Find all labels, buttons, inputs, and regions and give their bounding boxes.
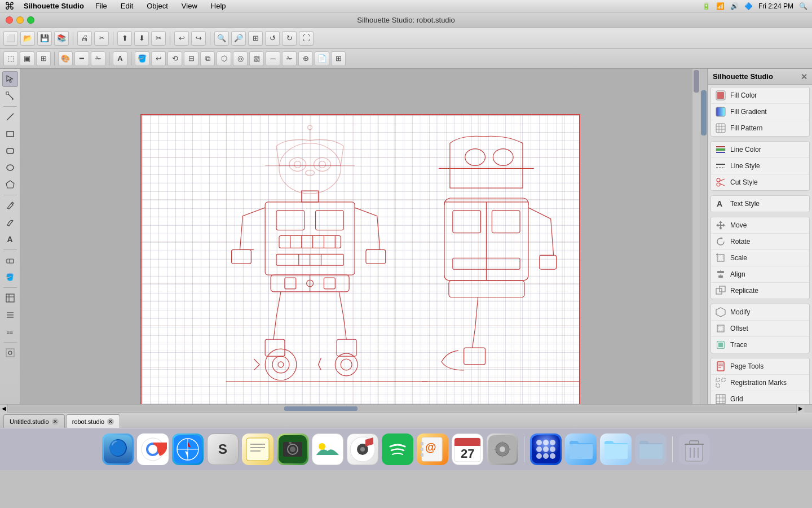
align-tool-btn[interactable]: ≡≡ xyxy=(2,324,18,340)
dock-iphoto[interactable] xyxy=(312,433,343,465)
line-style-item[interactable]: Line Style xyxy=(711,158,809,174)
offset-btn[interactable]: ◎ xyxy=(233,51,248,66)
modify-item[interactable]: Modify xyxy=(711,304,809,321)
dock-safari[interactable] xyxy=(172,433,204,465)
modify-btn[interactable]: ⬡ xyxy=(217,51,231,66)
layers-tool[interactable] xyxy=(2,307,18,323)
align-btn[interactable]: ⊟ xyxy=(184,51,198,66)
menu-help[interactable]: Help xyxy=(209,2,228,10)
apple-menu[interactable]: ⌘ xyxy=(5,0,15,12)
dock-itunes[interactable] xyxy=(347,433,378,465)
right-panel-close-button[interactable]: ✕ xyxy=(801,72,807,81)
regmarks-btn[interactable]: ⊕ xyxy=(298,51,313,66)
text-style-item[interactable]: A Text Style xyxy=(711,196,809,212)
tab-untitled-close[interactable]: ✕ xyxy=(52,418,59,425)
select-area-btn[interactable]: ⬚ xyxy=(3,51,18,66)
export-button[interactable]: ⬇ xyxy=(134,31,149,46)
save-button[interactable]: 💾 xyxy=(37,31,52,46)
fill-gradient-item[interactable]: Fill Gradient xyxy=(711,104,809,120)
dock-notes[interactable] xyxy=(242,433,273,465)
rotate-ccw-button[interactable]: ↻ xyxy=(282,31,297,46)
menu-edit[interactable]: Edit xyxy=(118,2,135,10)
text-tool[interactable]: A xyxy=(2,231,18,247)
line-color-btn[interactable]: ─ xyxy=(266,51,280,66)
new-button[interactable]: ⬜ xyxy=(3,31,18,46)
dock-addressbook[interactable]: @ xyxy=(417,433,448,465)
open-button[interactable]: 📂 xyxy=(20,31,35,46)
menu-view[interactable]: View xyxy=(179,2,200,10)
rectangle-tool[interactable] xyxy=(2,126,18,142)
menu-object[interactable]: Object xyxy=(144,2,170,10)
search-icon[interactable]: 🔍 xyxy=(799,2,807,10)
linestyle-btn[interactable]: ━ xyxy=(74,51,89,66)
dock-folder2[interactable] xyxy=(600,433,632,465)
hscroll-right-btn[interactable]: ▶ xyxy=(796,405,804,413)
pan-tool[interactable] xyxy=(2,345,18,361)
undo2-btn[interactable]: ↩ xyxy=(151,51,166,66)
cut-style-item[interactable]: Cut Style xyxy=(711,174,809,190)
text-btn[interactable]: A xyxy=(113,51,127,66)
tab-untitled[interactable]: Untitled.studio ✕ xyxy=(3,414,65,428)
dock-photobooth[interactable] xyxy=(277,433,308,465)
ellipse-tool[interactable] xyxy=(2,160,18,176)
polygon-tool[interactable] xyxy=(2,177,18,192)
media-panel-tool[interactable] xyxy=(2,290,18,306)
send-to-silhouette-button[interactable]: ✂ xyxy=(94,31,109,46)
align-item[interactable]: Align xyxy=(711,266,809,283)
redo-button[interactable]: ↪ xyxy=(191,31,206,46)
hscroll-left-btn[interactable]: ◀ xyxy=(0,405,8,413)
dock-finder[interactable]: 🔵 xyxy=(102,433,134,465)
select-tool[interactable] xyxy=(2,71,18,87)
pencil-tool[interactable] xyxy=(2,198,18,213)
replicate-btn[interactable]: ⧉ xyxy=(200,51,215,66)
hscroll-bar[interactable]: ◀ ▶ xyxy=(0,404,812,412)
rotate-cw-button[interactable]: ↺ xyxy=(265,31,280,46)
canvas-area[interactable] xyxy=(20,69,700,404)
hscroll-track[interactable] xyxy=(9,406,795,411)
tab-robot-close[interactable]: ✕ xyxy=(107,418,114,425)
cut-settings-btn[interactable]: ✁ xyxy=(91,51,105,66)
replicate-item[interactable]: Replicate xyxy=(711,283,809,299)
fullscreen-button[interactable]: ⛶ xyxy=(299,31,314,46)
dock-calendar[interactable]: 27 xyxy=(452,433,483,465)
canvas-vscroll-thumb[interactable] xyxy=(694,70,699,93)
pagetools-btn[interactable]: 📄 xyxy=(315,51,329,66)
eraser-tool[interactable] xyxy=(2,252,18,268)
dock-trash[interactable] xyxy=(678,433,710,465)
fill-color-btn[interactable]: 🪣 xyxy=(135,51,149,66)
grid-btn[interactable]: ⊞ xyxy=(36,51,51,66)
import-button[interactable]: ⬆ xyxy=(117,31,132,46)
fill-pattern-item[interactable]: Fill Pattern xyxy=(711,120,809,136)
dock-spotify[interactable] xyxy=(382,433,413,465)
colors-btn[interactable]: 🎨 xyxy=(58,51,73,66)
dock-folder1[interactable] xyxy=(565,433,597,465)
cut-button[interactable]: ✂ xyxy=(151,31,166,46)
menu-file[interactable]: File xyxy=(93,2,109,10)
canvas[interactable] xyxy=(140,114,580,404)
scale-item[interactable]: Scale xyxy=(711,250,809,266)
rounded-rect-tool[interactable] xyxy=(2,143,18,159)
panel-vscroll-thumb[interactable] xyxy=(701,90,707,135)
grid-item[interactable]: Grid xyxy=(711,391,809,404)
canvas-vscroll[interactable] xyxy=(692,69,700,404)
dock-launchpad[interactable] xyxy=(530,433,562,465)
paint-bucket-tool[interactable]: 🪣 xyxy=(2,269,18,285)
page-tools-item[interactable]: Page Tools xyxy=(711,358,809,375)
zoom-in-button[interactable]: 🔍 xyxy=(214,31,229,46)
zoom-fit-button[interactable]: ⊞ xyxy=(248,31,263,46)
move-item[interactable]: Move xyxy=(711,217,809,234)
menu-app-name[interactable]: Silhouette Studio xyxy=(24,2,84,10)
dock-folder3[interactable] xyxy=(635,433,667,465)
hscroll-thumb[interactable] xyxy=(284,406,358,411)
tab-robot[interactable]: robot.studio ✕ xyxy=(66,414,120,428)
fill-btn[interactable]: ▣ xyxy=(20,51,34,66)
line-tool[interactable] xyxy=(2,109,18,125)
pen-tool[interactable] xyxy=(2,214,18,230)
panel-vscroll[interactable] xyxy=(700,69,708,404)
dock-systemprefs[interactable] xyxy=(487,433,518,465)
trace-item[interactable]: Trace xyxy=(711,337,809,353)
line-color-item[interactable]: Line Color xyxy=(711,142,809,158)
undo-button[interactable]: ↩ xyxy=(174,31,189,46)
trace-fill-btn[interactable]: ▧ xyxy=(249,51,264,66)
node-edit-tool[interactable] xyxy=(2,88,18,104)
